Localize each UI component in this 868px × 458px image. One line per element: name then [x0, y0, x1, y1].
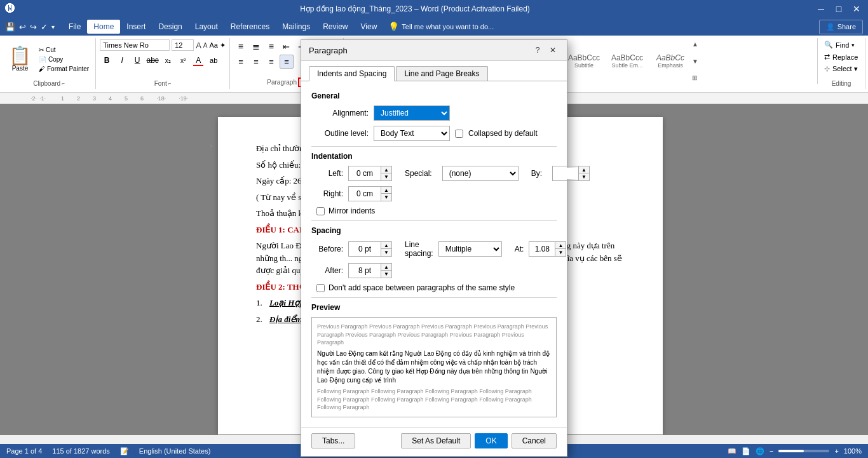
quick-check-icon[interactable]: ✓ [41, 22, 48, 32]
line-spacing-select[interactable]: Multiple Single 1.5 lines Double At leas… [438, 241, 502, 257]
minimize-btn[interactable]: ─ [815, 4, 827, 14]
paste-btn[interactable]: 📋 Paste [6, 46, 34, 73]
highlight-color-btn[interactable]: ab [207, 53, 220, 67]
menu-file[interactable]: File [62, 20, 87, 34]
share-btn[interactable]: Share [837, 23, 856, 30]
alignment-select[interactable]: Justified Left Center Right [374, 105, 450, 121]
replace-btn[interactable]: ⇄ Replace [822, 51, 860, 62]
menu-layout[interactable]: Layout [189, 20, 224, 34]
menu-design[interactable]: Design [152, 20, 188, 34]
subscript-btn[interactable]: x₂ [161, 53, 175, 67]
align-right-btn[interactable]: ≡ [264, 55, 278, 69]
tabs-btn[interactable]: Tabs... [311, 433, 355, 435]
font-name-input[interactable] [100, 39, 170, 51]
cut-btn[interactable]: ✂ Cut [36, 46, 92, 54]
dont-add-checkbox[interactable] [316, 284, 325, 292]
at-down-btn[interactable]: ▼ [555, 249, 566, 256]
cut-icon: ✂ [39, 46, 44, 53]
at-spinner[interactable]: ▲ ▼ [529, 241, 566, 257]
dialog-footer: Tabs... Set As Default OK Cancel [301, 428, 567, 435]
font-expand-icon[interactable]: ⌐ [168, 81, 172, 86]
menu-insert[interactable]: Insert [120, 20, 152, 34]
tab-indents-spacing[interactable]: Indents and Spacing [309, 66, 395, 81]
after-spinner[interactable]: ▲ ▼ [348, 263, 392, 278]
font-grow-icon[interactable]: A [196, 41, 201, 50]
right-up-btn[interactable]: ▲ [381, 187, 391, 194]
alignment-row: Alignment: Justified Left Center Right [311, 105, 557, 121]
quick-save-icon[interactable]: 💾 [5, 22, 15, 32]
menu-references[interactable]: References [224, 20, 276, 34]
cancel-btn[interactable]: Cancel [512, 433, 557, 435]
close-btn[interactable]: ✕ [850, 4, 863, 14]
align-center-btn[interactable]: ≡ [249, 55, 263, 69]
menu-review[interactable]: Review [316, 20, 354, 34]
left-down-btn[interactable]: ▼ [381, 173, 391, 180]
font-clear-icon[interactable]: ✦ [220, 41, 226, 50]
text-color-btn[interactable]: A [191, 53, 205, 67]
set-default-btn[interactable]: Set As Default [401, 433, 471, 435]
tab-line-page-breaks[interactable]: Line and Page Breaks [396, 66, 487, 81]
after-down-btn[interactable]: ▼ [381, 271, 391, 278]
decrease-indent-btn[interactable]: ⇤ [280, 39, 294, 53]
superscript-btn[interactable]: x² [176, 53, 190, 67]
right-down-btn[interactable]: ▼ [381, 194, 391, 201]
restore-btn[interactable]: □ [832, 4, 845, 14]
outline-select[interactable]: Body Text Level 1 Level 2 [374, 126, 450, 141]
bullets-btn[interactable]: ≡ [234, 39, 248, 53]
left-up-btn[interactable]: ▲ [381, 166, 391, 173]
before-down-btn[interactable]: ▼ [381, 249, 391, 256]
menu-mailings[interactable]: Mailings [276, 20, 316, 34]
mirror-checkbox[interactable] [316, 207, 325, 215]
font-case-icon[interactable]: Aa [209, 41, 217, 49]
collapsed-checkbox[interactable] [455, 130, 463, 138]
right-input[interactable] [349, 188, 381, 199]
clipboard-expand-icon[interactable]: ⌐ [62, 81, 65, 86]
before-spinner[interactable]: ▲ ▼ [348, 241, 392, 257]
select-btn[interactable]: ⊹ Select ▾ [822, 64, 860, 74]
right-spinner[interactable]: ▲ ▼ [348, 186, 392, 201]
before-up-btn[interactable]: ▲ [381, 242, 391, 249]
after-input[interactable] [349, 265, 381, 276]
font-shrink-icon[interactable]: A [203, 42, 208, 49]
by-down-btn[interactable]: ▼ [579, 173, 589, 180]
style-subtle-em[interactable]: AaBbCcc Subtle Em... [606, 39, 649, 83]
numbering-btn[interactable]: ≣ [249, 39, 263, 53]
quick-dropdown-icon[interactable]: ▾ [51, 24, 55, 30]
styles-scroll-down[interactable]: ▼ [692, 58, 698, 65]
by-input[interactable] [553, 168, 578, 179]
format-painter-btn[interactable]: 🖌 Format Painter [36, 65, 92, 73]
tell-me-text[interactable]: Tell me what you want to do... [402, 23, 494, 30]
font-size-input[interactable] [172, 39, 194, 51]
quick-undo-icon[interactable]: ↩ [19, 22, 26, 32]
ok-btn[interactable]: OK [475, 433, 507, 435]
align-left-btn[interactable]: ≡ [234, 55, 248, 69]
menu-home[interactable]: Home [87, 20, 120, 34]
styles-more[interactable]: ⊞ [692, 74, 698, 81]
menu-view[interactable]: View [355, 20, 384, 34]
at-input[interactable] [529, 243, 555, 255]
left-label: Left: [311, 169, 343, 178]
copy-btn[interactable]: 📄 Copy [36, 55, 92, 64]
left-input[interactable] [349, 168, 381, 179]
after-up-btn[interactable]: ▲ [381, 264, 391, 271]
left-spinner[interactable]: ▲ ▼ [348, 166, 392, 181]
style-emphasis[interactable]: AaBbCc Emphasis [649, 39, 692, 83]
special-select[interactable]: (none) First line Hanging [442, 166, 519, 181]
style-subtitle[interactable]: AaBbCcc Subtitle [562, 39, 606, 83]
quick-redo-icon[interactable]: ↪ [30, 22, 37, 32]
underline-btn[interactable]: U [130, 53, 144, 67]
at-up-btn[interactable]: ▲ [555, 242, 566, 249]
strikethrough-btn[interactable]: abc [146, 53, 159, 67]
by-up-btn[interactable]: ▲ [579, 166, 589, 173]
before-input[interactable] [349, 243, 381, 255]
find-dropdown[interactable]: ▾ [851, 42, 855, 48]
bold-btn[interactable]: B [100, 53, 114, 67]
dialog-close-btn[interactable]: ✕ [546, 44, 559, 57]
by-spinner[interactable]: ▲ ▼ [552, 166, 590, 181]
multilevel-btn[interactable]: ≡ [264, 39, 278, 53]
italic-btn[interactable]: I [115, 53, 129, 67]
styles-scroll-up[interactable]: ▲ [692, 41, 698, 48]
find-btn[interactable]: 🔍 Find ▾ [822, 39, 857, 50]
align-justify-btn[interactable]: ≡ [280, 55, 294, 69]
dialog-help-btn[interactable]: ? [531, 44, 544, 57]
